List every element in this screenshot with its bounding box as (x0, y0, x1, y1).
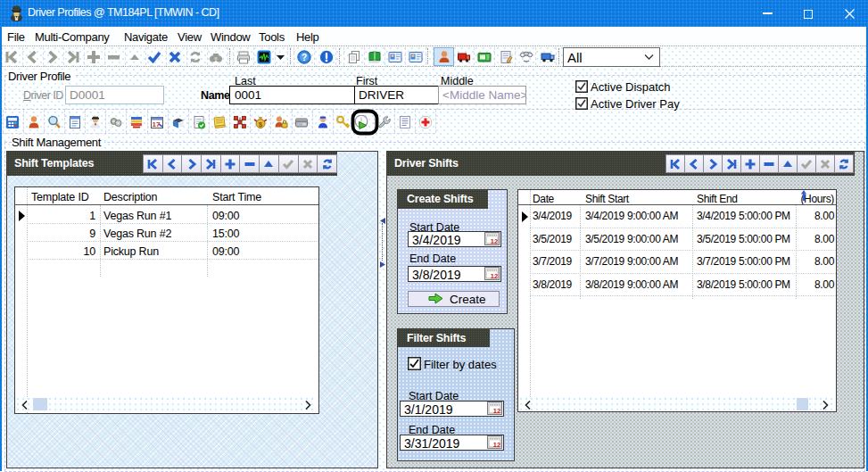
svg-text:12: 12 (493, 441, 500, 449)
svg-text:12: 12 (493, 407, 500, 415)
svg-text:12: 12 (491, 237, 498, 245)
svg-text:$: $ (259, 120, 263, 128)
svg-text:12: 12 (491, 272, 498, 280)
svg-text:?: ? (302, 53, 307, 62)
